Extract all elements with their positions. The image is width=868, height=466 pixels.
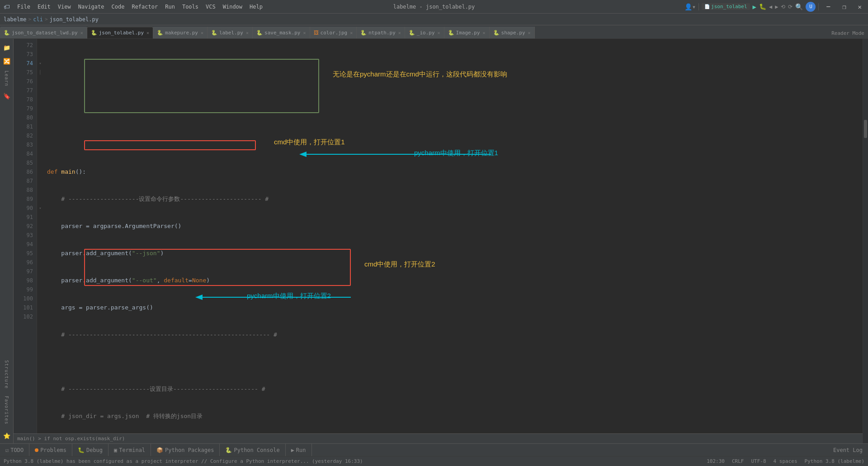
menu-window[interactable]: Window [219,0,246,13]
sidebar-bookmark-icon[interactable]: 🔖 [1,90,13,102]
tab-close-6[interactable]: ✕ [350,30,353,35]
tab-save-mask[interactable]: 🐍 save_mask.py ✕ [253,27,310,38]
line-num: 87 [14,176,33,185]
fold-74[interactable]: ▾ [37,59,43,68]
tab-close-1[interactable]: ✕ [80,30,83,35]
line-num: 97 [14,267,33,276]
app-icon: 🏷 [0,0,14,14]
toolbar-back[interactable]: ◀ [769,4,772,10]
tab-close-8[interactable]: ✕ [438,30,440,35]
tab-shape[interactable]: 🐍 shape.py ✕ [490,27,535,38]
run-button[interactable]: ▶ [753,3,756,10]
breadcrumb-sep1: > [28,16,32,22]
tab-io[interactable]: 🐍 _io.py ✕ [405,27,444,38]
run-config[interactable]: 📄 json_tolabel [702,3,750,10]
menu-edit[interactable]: Edit [34,0,54,13]
toolbar-fwd2[interactable]: ⟳ [788,4,793,10]
code-line-76: parser = argparse.ArgumentParser() [47,222,859,231]
line-num: 78 [14,95,33,104]
tab-close-active[interactable]: ✕ [146,30,149,35]
win-minimize[interactable]: − [821,0,835,14]
sidebar-structure-label[interactable]: Structure [3,358,10,390]
sidebar-project-icon[interactable]: 📁 [1,42,13,53]
line-num: 98 [14,276,33,285]
code-line-78: parser.add_argument("--out", default=Non… [47,276,859,285]
code-text[interactable]: def main(): # --------------------设置命令行参… [43,39,863,433]
menu-run[interactable]: Run [161,0,179,13]
tab-close-7[interactable]: ✕ [398,30,401,35]
tab-image[interactable]: 🐍 Image.py ✕ [444,27,490,38]
line-num: 76 [14,77,33,86]
bottom-tab-debug[interactable]: 🐛 Debug [72,444,108,456]
line-num: 77 [14,86,33,95]
bottom-tab-problems[interactable]: Problems [29,444,72,456]
tab-close-10[interactable]: ✕ [528,30,531,35]
win-maximize[interactable]: ❐ [838,0,850,14]
menu-navigate[interactable]: Navigate [75,0,108,13]
status-position[interactable]: 102:30 [707,458,725,464]
tab-close-3[interactable]: ✕ [201,30,203,35]
sidebar-learn-icon[interactable]: Learn [3,69,10,88]
debug-label: Debug [86,447,103,453]
tab-close-4[interactable]: ✕ [246,30,249,35]
sidebar-vcs-icon[interactable]: 🔀 [1,55,13,67]
menu-tools[interactable]: Tools [179,0,202,13]
status-indent[interactable]: 4 spaces [774,458,797,464]
menu-bar: File Edit View Navigate Code Refactor Ru… [14,0,266,13]
fold-90[interactable]: ▾ [37,204,43,213]
debug-button[interactable]: 🐛 [759,3,766,10]
status-charset[interactable]: UTF-8 [751,458,766,464]
bottom-tab-python-packages[interactable]: 📦 Python Packages [151,444,220,456]
menu-help[interactable]: Help [246,0,266,13]
tab-ntpath[interactable]: 🐍 ntpath.py ✕ [357,27,405,38]
search-button[interactable]: 🔍 [795,3,803,10]
blue-arrow-2-svg [193,290,419,304]
event-log-button[interactable]: Event Log [828,447,868,453]
file-tabs-bar: 🐍 json_to_dataset_lwd.py ✕ 🐍 json_tolabe… [0,25,868,39]
right-scrollbar[interactable] [863,39,868,443]
win-close[interactable]: ✕ [854,0,866,14]
menu-vcs[interactable]: VCS [202,0,219,13]
tab-color[interactable]: 🖼 color.jpg ✕ [310,27,357,38]
bottom-tab-python-console[interactable]: 🐍 Python Console [220,444,285,456]
problems-icon [35,448,38,452]
breadcrumb-folder[interactable]: cli [33,16,43,23]
bottom-tab-terminal[interactable]: ▣ Terminal [108,444,151,456]
menu-file[interactable]: File [14,0,34,13]
tab-makepure[interactable]: 🐍 makepure.py ✕ [153,27,208,38]
tab-json-to-dataset[interactable]: 🐍 json_to_dataset_lwd.py ✕ [0,27,87,38]
sidebar-star-icon[interactable]: ⭐ [1,430,13,442]
line-num: 72 [14,41,33,50]
run-icon: ▶ [291,447,294,453]
menu-view[interactable]: View [54,0,75,13]
line-num: 79 [14,104,33,113]
code-line-75: # --------------------设置命令行参数-----------… [47,195,859,204]
python-console-icon: 🐍 [225,447,232,453]
tab-close-9[interactable]: ✕ [483,30,486,35]
menu-code[interactable]: Code [108,0,128,13]
tab-json-tolabel[interactable]: 🐍 json_tolabel.py ✕ [87,27,153,38]
code-scroll-area[interactable]: 72 73 74 75 76 77 78 79 80 81 82 83 84 8… [14,39,863,433]
reader-mode-button[interactable]: Reader Mode [831,30,864,36]
status-encoding[interactable]: CRLF [732,458,744,464]
menu-refactor[interactable]: Refactor [128,0,161,13]
line-num: 75 [14,68,33,77]
toolbar-fwd[interactable]: ▶ [775,4,778,10]
breadcrumb-file[interactable]: json_tolabel.py [50,16,99,23]
python-packages-icon: 📦 [156,447,163,453]
status-right-info: 102:30 CRLF UTF-8 4 spaces Python 3.8 (l… [707,458,864,464]
sidebar-favorites-label[interactable]: Favorites [3,394,10,426]
tab-label[interactable]: 🐍 label.py ✕ [208,27,253,38]
toolbar-back2[interactable]: ⟲ [781,4,785,10]
status-interpreter[interactable]: Python 3.8 (labelme) [805,458,864,464]
user-icon[interactable]: 👤▾ [684,3,696,10]
tab-close-5[interactable]: ✕ [303,30,306,35]
bottom-tab-todo[interactable]: ☑ TODO [0,444,29,456]
title-text: labelme - json_tolabel.py [393,4,475,10]
debug-icon: 🐛 [78,447,85,453]
line-num: 101 [14,303,33,312]
line-num: 88 [14,185,33,195]
user-avatar[interactable]: U [806,2,816,12]
breadcrumb-project[interactable]: labelme [4,16,27,23]
bottom-tab-run[interactable]: ▶ Run [286,444,312,456]
